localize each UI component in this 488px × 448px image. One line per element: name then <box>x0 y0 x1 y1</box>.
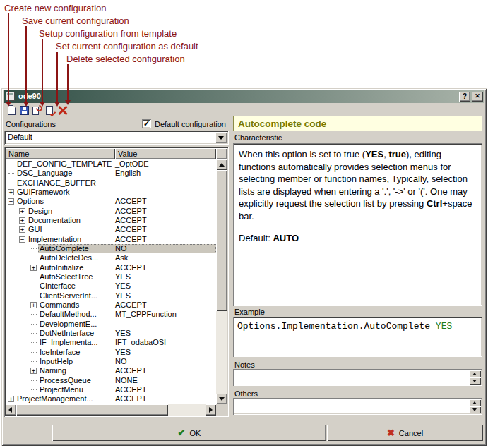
tree-item-value: English <box>115 169 141 178</box>
notes-field[interactable] <box>233 369 482 386</box>
tree-row[interactable]: +NamingACCEPT <box>6 366 216 375</box>
tree-row[interactable]: DSC_LanguageEnglish <box>6 169 216 178</box>
expand-icon[interactable]: + <box>19 217 25 224</box>
expand-icon[interactable]: + <box>19 208 25 214</box>
example-field[interactable]: Options.Implementation.AutoComplete=YES <box>233 317 482 357</box>
title-bar[interactable]: ode90 ? ✕ <box>4 90 484 103</box>
ok-button[interactable]: ✔ OK <box>52 425 326 441</box>
tree-item-name: IF_Implementa... <box>40 338 98 347</box>
default-value-text: Default: AUTO <box>239 233 299 243</box>
scroll-right-button[interactable] <box>206 404 216 416</box>
tree-row[interactable]: ProcessQueueNONE <box>6 376 216 385</box>
others-field[interactable] <box>233 398 482 415</box>
tree-item-value: _OptODE <box>115 159 149 169</box>
tree-row[interactable]: IceInterfaceYES <box>6 348 216 357</box>
tree-row[interactable]: AutoSelectTreeYES <box>6 272 216 281</box>
tree-item-name: EXCHANGE_BUFFER <box>17 178 96 188</box>
scroll-up-button[interactable] <box>469 399 481 406</box>
expand-icon[interactable]: + <box>30 368 37 374</box>
expand-icon[interactable]: + <box>30 265 37 271</box>
tree-row[interactable]: +GUIACCEPT <box>6 225 216 234</box>
tree-item-name: DefaultMethod... <box>40 310 97 319</box>
tree-item-name: ProjectMenu <box>40 385 83 394</box>
tree-row[interactable]: DevelopmentE... <box>6 320 216 329</box>
page: Create new configuration Save current co… <box>0 0 488 448</box>
tree-item-name: AutoSelectTree <box>40 272 93 281</box>
tree-item-name: Design <box>28 207 52 216</box>
scroll-down-button[interactable] <box>469 406 481 413</box>
scroll-left-button[interactable] <box>6 404 16 416</box>
tree-row[interactable]: IF_Implementa...IFT_odabaOSI <box>6 338 216 347</box>
tree-row[interactable]: DEF_CONFIG_TEMPLATE_OptODE <box>6 159 216 169</box>
tree-item-value: NONE <box>115 376 138 385</box>
tree-row[interactable]: +DocumentationACCEPT <box>6 216 216 225</box>
expand-icon[interactable]: + <box>30 302 37 308</box>
scroll-up-button[interactable] <box>469 370 481 377</box>
collapse-icon[interactable]: − <box>8 198 14 205</box>
scroll-down-button[interactable] <box>216 394 227 404</box>
tree-view[interactable]: DEF_CONFIG_TEMPLATE_OptODEDSC_LanguageEn… <box>6 159 216 404</box>
tree-item-value: MT_CPPFunction <box>115 310 177 319</box>
arrow-down-icon <box>472 408 477 411</box>
scrollbar-corner <box>216 404 227 416</box>
configuration-select-value: Default <box>8 133 32 141</box>
vertical-scroll-thumb[interactable] <box>216 170 227 311</box>
tree-row[interactable]: CInterfaceYES <box>6 281 216 291</box>
expand-icon[interactable]: + <box>8 396 14 402</box>
default-configuration-checkbox-label: Default configuration <box>155 120 226 128</box>
tree-row[interactable]: +AutoInitializeACCEPT <box>6 263 216 272</box>
tree-row[interactable]: DotNetInterfaceYES <box>6 329 216 338</box>
tree-item-name: InputHelp <box>40 357 73 366</box>
tree-connector <box>31 277 37 277</box>
window-title: ode90 <box>18 92 41 100</box>
default-configuration-checkbox[interactable]: ✓ <box>142 119 151 128</box>
tree-row[interactable]: −OptionsACCEPT <box>6 197 216 206</box>
tree-row[interactable]: ClientServerInt...YES <box>6 291 216 301</box>
tree-row[interactable]: −ImplementationACCEPT <box>6 235 216 244</box>
tree-item-name: DEF_CONFIG_TEMPLATE <box>17 159 112 169</box>
notes-scrollbar[interactable] <box>469 370 481 385</box>
scroll-down-button[interactable] <box>469 377 481 385</box>
others-scrollbar[interactable] <box>469 399 481 413</box>
column-header-name[interactable]: Name <box>6 148 115 159</box>
vertical-scrollbar[interactable] <box>216 159 227 404</box>
configuration-select[interactable]: Default <box>4 131 229 145</box>
tree-row[interactable]: AutoCompleteNO <box>6 244 216 253</box>
tree-row[interactable]: EXCHANGE_BUFFER <box>6 178 216 188</box>
tree-row[interactable]: +DesignACCEPT <box>6 207 216 216</box>
tree-row[interactable]: ProjectMenuACCEPT <box>6 385 216 394</box>
tree-item-value: ACCEPT <box>115 225 147 234</box>
tree-row[interactable]: AutoDeleteDes...Ask <box>6 253 216 262</box>
tree-item-value: Ask <box>115 253 128 262</box>
help-button[interactable]: ? <box>459 92 470 102</box>
tree-item-value: ACCEPT <box>115 235 147 244</box>
tree-item-name: ProcessQueue <box>40 376 91 385</box>
configurations-label: Configurations <box>6 120 56 128</box>
horizontal-scroll-thumb[interactable] <box>16 404 168 416</box>
tree-row[interactable]: +GUIFramework <box>6 188 216 197</box>
expand-icon[interactable]: + <box>8 189 14 195</box>
tree-item-value: YES <box>115 348 131 357</box>
tree-connector <box>31 352 37 353</box>
collapse-icon[interactable]: − <box>19 236 25 243</box>
expand-icon[interactable]: + <box>19 226 25 233</box>
characteristic-field[interactable]: When this option is set to true (YES, tr… <box>233 143 482 306</box>
scroll-up-button[interactable] <box>216 159 227 170</box>
tree-row[interactable]: +ProjectManagement...ACCEPT <box>6 394 216 404</box>
tree-connector <box>31 258 37 258</box>
tree-item-value: ACCEPT <box>115 216 147 225</box>
option-title: Autocomplete code <box>233 116 482 131</box>
tree-item-name: Naming <box>40 366 66 375</box>
tree-item-value: ACCEPT <box>115 301 147 310</box>
tree-item-value: ACCEPT <box>115 207 147 216</box>
horizontal-scrollbar[interactable] <box>6 404 216 416</box>
tree-row[interactable]: DefaultMethod...MT_CPPFunction <box>6 310 216 319</box>
tree-row[interactable]: InputHelpNO <box>6 357 216 366</box>
tree-item-value: YES <box>115 272 131 281</box>
ok-button-label: OK <box>190 429 201 437</box>
dropdown-button[interactable] <box>215 132 227 143</box>
cancel-button[interactable]: ✖ Cancel <box>327 425 483 441</box>
tree-row[interactable]: +CommandsACCEPT <box>6 301 216 310</box>
close-button[interactable]: ✕ <box>472 92 483 102</box>
column-header-value[interactable]: Value <box>115 148 216 159</box>
